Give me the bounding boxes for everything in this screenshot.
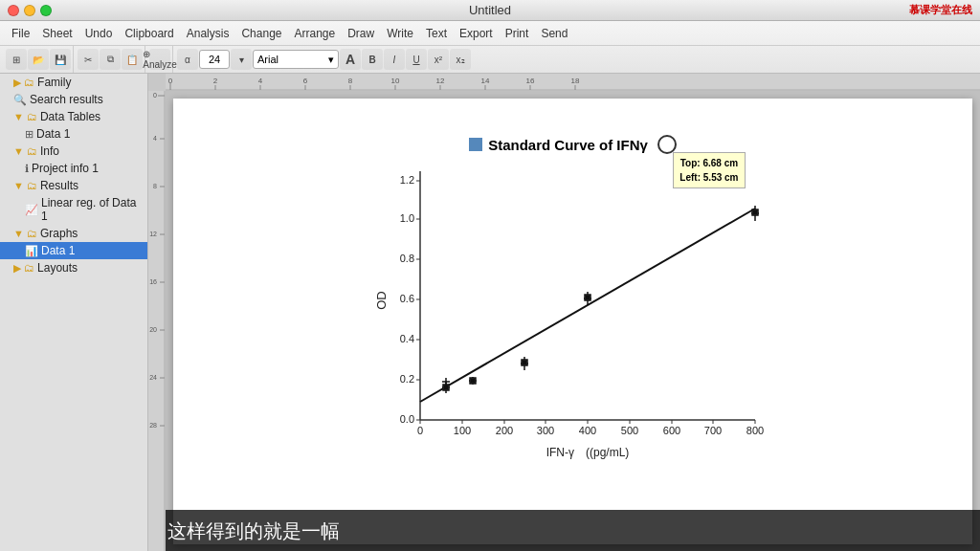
- new-button[interactable]: ⊞: [6, 49, 27, 70]
- menu-print[interactable]: Print: [500, 25, 535, 42]
- svg-text:0.8: 0.8: [399, 253, 413, 264]
- menu-export[interactable]: Export: [454, 25, 499, 42]
- sidebar-item-results[interactable]: ▼ 🗂 Results: [0, 177, 147, 194]
- sidebar-item-data-tables[interactable]: ▼ 🗂 Data Tables: [0, 108, 147, 125]
- page-sheet: Standard Curve of IFNγ Top: 6.68 cm Left…: [173, 99, 972, 544]
- svg-text:1.0: 1.0: [399, 212, 413, 224]
- menu-clipboard[interactable]: Clipboard: [119, 25, 179, 42]
- open-button[interactable]: 📂: [28, 49, 49, 70]
- project-info-icon: ℹ: [25, 163, 29, 175]
- analyze-button[interactable]: ⊕ Analyze: [149, 49, 170, 70]
- menu-draw[interactable]: Draw: [342, 25, 380, 42]
- chart-container: Standard Curve of IFNγ Top: 6.68 cm Left…: [372, 135, 774, 498]
- toolbar-file-group: ⊞ 📂 💾: [4, 46, 74, 73]
- svg-text:4: 4: [153, 135, 157, 142]
- bold-button[interactable]: B: [362, 49, 383, 70]
- svg-text:0.2: 0.2: [399, 373, 413, 385]
- toolbar-area: File Sheet Undo Clipboard Analysis Chang…: [0, 21, 980, 74]
- svg-text:18: 18: [571, 77, 580, 85]
- svg-rect-86: [471, 379, 475, 383]
- toolbar-edit-group: ✂ ⧉ 📋: [76, 46, 145, 73]
- layouts-folder-icon: ▶ 🗂: [13, 262, 34, 275]
- chart-svg: 0.0 0.2 0.4 0.6 0.8: [372, 162, 774, 477]
- svg-text:2: 2: [213, 77, 218, 85]
- sidebar-item-graphs[interactable]: ▼ 🗂 Graphs: [0, 225, 147, 242]
- sidebar-item-graph-data-1[interactable]: 📊 Data 1: [0, 242, 147, 259]
- sidebar-item-info[interactable]: ▼ 🗂 Info: [0, 143, 147, 160]
- close-button[interactable]: [8, 5, 19, 16]
- menu-undo[interactable]: Undo: [79, 25, 119, 42]
- save-button[interactable]: 💾: [50, 49, 71, 70]
- search-results-icon: 🔍: [13, 94, 27, 106]
- subtitle-bar: 这样得到的就是一幅: [148, 510, 980, 551]
- menu-change[interactable]: Change: [235, 25, 287, 42]
- sidebar-item-search-results[interactable]: 🔍 Search results: [0, 91, 147, 108]
- menubar: File Sheet Undo Clipboard Analysis Chang…: [0, 21, 980, 46]
- svg-text:0: 0: [416, 425, 422, 436]
- menu-file[interactable]: File: [6, 25, 35, 42]
- menu-sheet[interactable]: Sheet: [36, 25, 78, 42]
- window-title: Untitled: [469, 3, 511, 17]
- copy-button[interactable]: ⧉: [100, 49, 121, 70]
- svg-text:200: 200: [495, 425, 512, 436]
- menu-text[interactable]: Text: [420, 25, 453, 42]
- svg-text:700: 700: [703, 425, 721, 436]
- svg-text:8: 8: [348, 77, 353, 85]
- subtitle-text: 这样得到的就是一幅: [167, 518, 340, 544]
- svg-text:4: 4: [258, 77, 263, 85]
- sidebar: ▶ 🗂 Family 🔍 Search results ▼ 🗂 Data Tab…: [0, 74, 148, 551]
- ruler-left: 0 4 8 12 16 20 24 28: [148, 91, 166, 551]
- chart-title: Standard Curve of IFNγ Top: 6.68 cm Left…: [372, 135, 774, 154]
- cut-button[interactable]: ✂: [78, 49, 99, 70]
- svg-text:0.0: 0.0: [399, 413, 413, 425]
- ruler-top: 0 2 4 6 8 10 12 14 16 18: [166, 74, 980, 91]
- alpha-button[interactable]: α: [177, 49, 198, 70]
- font-name-input[interactable]: Arial ▾: [253, 50, 339, 69]
- svg-text:800: 800: [746, 425, 763, 436]
- subscript-button[interactable]: x₂: [450, 49, 471, 70]
- font-size-input[interactable]: 24: [199, 50, 230, 69]
- sidebar-item-linear-reg[interactable]: 📈 Linear reg. of Data 1: [0, 194, 147, 225]
- svg-text:24: 24: [149, 374, 157, 381]
- toolbar-analysis-group: ⊕ Analyze: [147, 46, 173, 73]
- sidebar-item-project-info[interactable]: ℹ Project info 1: [0, 160, 147, 177]
- sidebar-item-data-1[interactable]: ⊞ Data 1: [0, 125, 147, 143]
- minimize-button[interactable]: [24, 5, 35, 16]
- watermark: 慕课学堂在线: [909, 3, 972, 17]
- maximize-button[interactable]: [40, 5, 52, 16]
- italic-button[interactable]: I: [384, 49, 405, 70]
- menu-write[interactable]: Write: [381, 25, 419, 42]
- svg-rect-80: [444, 386, 448, 389]
- menu-group-1: File Sheet Undo Clipboard Analysis Chang…: [4, 21, 575, 45]
- sidebar-item-layouts[interactable]: ▶ 🗂 Layouts: [0, 259, 147, 276]
- svg-text:12: 12: [149, 231, 157, 237]
- titlebar: Untitled 慕课学堂在线: [0, 0, 980, 21]
- info-folder-icon: ▼ 🗂: [13, 145, 37, 157]
- chart-title-text: Standard Curve of IFNγ: [488, 137, 648, 153]
- window-controls[interactable]: [8, 5, 52, 16]
- cursor-indicator: [657, 135, 677, 154]
- svg-text:12: 12: [436, 77, 445, 85]
- svg-text:6: 6: [303, 77, 308, 85]
- svg-text:0.4: 0.4: [399, 333, 413, 344]
- menu-analysis[interactable]: Analysis: [181, 25, 235, 42]
- font-aa-button[interactable]: A: [340, 49, 361, 70]
- paste-button[interactable]: 📋: [122, 49, 143, 70]
- data-1-icon: ⊞: [25, 128, 33, 141]
- svg-text:20: 20: [149, 326, 157, 333]
- superscript-button[interactable]: x²: [428, 49, 449, 70]
- menu-arrange[interactable]: Arrange: [289, 25, 342, 42]
- sidebar-item-family[interactable]: ▶ 🗂 Family: [0, 74, 147, 91]
- svg-rect-22: [148, 91, 166, 551]
- menu-send[interactable]: Send: [535, 25, 573, 42]
- results-folder-icon: ▼ 🗂: [13, 180, 37, 191]
- svg-text:10: 10: [391, 77, 400, 85]
- graph-data-1-icon: 📊: [25, 245, 38, 257]
- linear-reg-icon: 📈: [25, 204, 38, 216]
- svg-text:400: 400: [578, 425, 595, 436]
- svg-rect-98: [753, 210, 757, 214]
- toolbar-row2: ⊞ 📂 💾 ✂ ⧉ 📋 ⊕ Analyze α 24 ▾ Arial ▾ A B…: [0, 46, 980, 73]
- svg-text:28: 28: [149, 422, 157, 429]
- font-size-dropdown[interactable]: ▾: [231, 49, 252, 70]
- underline-button[interactable]: U: [406, 49, 427, 70]
